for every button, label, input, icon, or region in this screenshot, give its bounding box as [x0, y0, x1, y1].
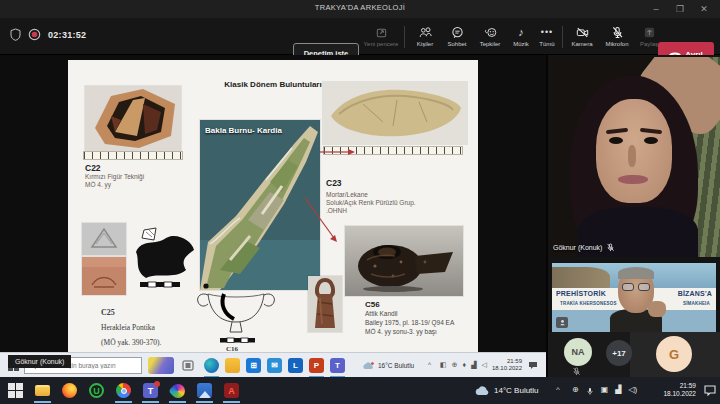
shield-icon: [10, 28, 21, 41]
inner-tray-icons[interactable]: ◧⊕ ♦▟ ◁: [440, 361, 487, 369]
music-icon: ♪: [518, 26, 524, 39]
inner-weather-text[interactable]: 16°C Bulutlu: [378, 362, 414, 369]
meeting-stage: Klasik Dönem Buluntuları C22 Kırmızı Fig…: [0, 55, 720, 377]
outer-clock[interactable]: 21:59 18.10.2022: [648, 382, 696, 398]
c25-profile-drawing: [130, 226, 200, 290]
utorrent-icon[interactable]: U: [88, 382, 105, 399]
calendar-l-icon[interactable]: L: [288, 358, 303, 373]
chat-button[interactable]: Sohbet: [442, 22, 472, 51]
c25-stamp-photo-gray: [82, 223, 126, 255]
close-button[interactable]: ✕: [696, 2, 712, 16]
teams-icon[interactable]: T: [142, 382, 159, 399]
reactions-icon: [484, 26, 497, 39]
c22-scale-ruler: [83, 151, 183, 160]
running-indicator: [115, 401, 132, 403]
banner-subtext-left: TRAKİA KHERSONESOS: [560, 301, 617, 306]
avatar-g[interactable]: G: [656, 336, 692, 372]
tray-app-icon[interactable]: ◧: [440, 361, 447, 369]
pin-icon: [559, 319, 566, 326]
tray-mic-icon[interactable]: [586, 386, 594, 397]
weather-cloud-icon: [474, 386, 490, 396]
screen-share-tile[interactable]: Klasik Dönem Buluntuları C22 Kırmızı Fig…: [0, 55, 546, 377]
c16-vessel-drawing: [190, 282, 282, 350]
glasses-right-lens: [638, 283, 650, 291]
new-window-button[interactable]: Yeni pencere: [363, 22, 399, 51]
chrome-icon[interactable]: [115, 382, 132, 399]
file-explorer-icon[interactable]: [34, 382, 51, 399]
c23-scale-ruler: [323, 146, 463, 155]
reactions-button[interactable]: Tepkiler: [472, 22, 508, 51]
outer-tray-icons[interactable]: ⊕ ▣ ▟ ◁): [572, 385, 637, 397]
right-eye: [644, 137, 658, 144]
firefox-icon[interactable]: [61, 382, 78, 399]
running-indicator: [169, 401, 186, 403]
maximize-button[interactable]: ❐: [672, 2, 688, 16]
map-label: Bakla Burnu- Kardia: [205, 126, 282, 135]
more-icon: •••: [541, 26, 553, 39]
nose: [628, 145, 636, 167]
toolbar-divider: [562, 26, 563, 48]
tray-chevron-icon[interactable]: ^: [428, 361, 431, 368]
tray-network-icon[interactable]: ▟: [471, 361, 476, 369]
video-tile-goknur[interactable]: Göknur (Konuk): [548, 57, 720, 257]
acrobat-icon[interactable]: A: [223, 382, 240, 399]
inner-clock[interactable]: 21:59 18.10.2022: [486, 358, 522, 372]
tray-network-icon[interactable]: ▟: [615, 385, 621, 397]
more-button[interactable]: ••• Tümü: [534, 22, 560, 51]
mouth: [618, 175, 648, 184]
left-eye: [609, 137, 623, 144]
photos-icon[interactable]: [196, 382, 213, 399]
microsoft-store-icon[interactable]: ⊞: [246, 358, 261, 373]
tray-update-icon[interactable]: ⊕: [572, 385, 579, 397]
tray-chevron-icon[interactable]: ^: [556, 385, 560, 394]
tray-mic-icon[interactable]: ♦: [463, 361, 467, 369]
running-indicator: [204, 376, 219, 377]
c23-artifact-image: [323, 82, 467, 144]
participant-rail: Göknur (Konuk) PREHİSTORİK BİZANS'A TRAK…: [548, 55, 720, 377]
video-tile-participant2[interactable]: PREHİSTORİK BİZANS'A TRAKİA KHERSONESOS …: [552, 263, 716, 332]
participant2-hair: [618, 267, 654, 279]
tray-app-icon[interactable]: ⊕: [452, 361, 458, 369]
avatar-na[interactable]: NA: [564, 338, 592, 366]
presented-desktop-taskbar: ⊞ ✉ L P T 16°C Bulutlu ^ ◧⊕ ♦▟ ◁: [0, 352, 546, 377]
running-indicator: [223, 401, 240, 403]
powerpoint-icon[interactable]: P: [309, 358, 324, 373]
tray-camera-icon[interactable]: ▣: [601, 385, 609, 397]
c56-caption-1: Attik Kandil: [365, 310, 398, 319]
hand-on-chin: [648, 301, 666, 317]
avatar-more-count[interactable]: +17: [606, 340, 632, 366]
mic-off-icon: [572, 367, 581, 376]
banner-subtext-right: SİMAKHEIA: [683, 301, 710, 306]
meeting-control-bar: 02:31:52 Denetim iste Yeni pencere Kişil…: [0, 18, 720, 55]
file-explorer-icon[interactable]: [225, 358, 240, 373]
paint3d-icon[interactable]: [169, 382, 186, 399]
camera-button[interactable]: Kamera: [566, 22, 598, 51]
task-view-icon[interactable]: [182, 360, 194, 371]
running-indicator: [309, 376, 324, 377]
share-presenter-label: Göknur (Konuk): [8, 355, 71, 368]
microphone-button[interactable]: Mikrofon: [598, 22, 636, 51]
start-button-icon[interactable]: [8, 383, 23, 398]
window-titlebar: TRAKYA'DA ARKEOLOJİ – ❐ ✕: [0, 0, 720, 18]
teams-app-icon[interactable]: T: [330, 358, 345, 373]
c25-caption-1: Herakleia Pontika: [101, 323, 155, 332]
notification-center-icon[interactable]: [704, 385, 716, 396]
c25-id: C25: [101, 308, 115, 317]
notification-dot: [154, 381, 160, 387]
recording-icon: [28, 28, 41, 41]
mail-icon[interactable]: ✉: [267, 358, 282, 373]
running-indicator: [142, 401, 159, 403]
toolbar-divider: [404, 26, 405, 48]
mic-off-icon: [606, 243, 615, 252]
tray-volume-icon[interactable]: ◁): [628, 385, 637, 397]
people-button[interactable]: Kişiler: [408, 22, 442, 51]
minimize-button[interactable]: –: [648, 2, 664, 16]
music-button[interactable]: ♪ Müzik: [508, 22, 534, 51]
video-name-label: Göknur (Konuk): [553, 243, 615, 252]
edge-icon[interactable]: [204, 358, 219, 373]
notification-icon[interactable]: [528, 361, 538, 370]
teams-meeting-window: TRAKYA'DA ARKEOLOJİ – ❐ ✕ 02:31:52 Denet…: [0, 0, 720, 404]
weather-cloud-icon: [362, 362, 374, 370]
outer-weather-text[interactable]: 14°C Bulutlu: [494, 386, 539, 395]
weather-widget-icon[interactable]: [148, 357, 174, 374]
